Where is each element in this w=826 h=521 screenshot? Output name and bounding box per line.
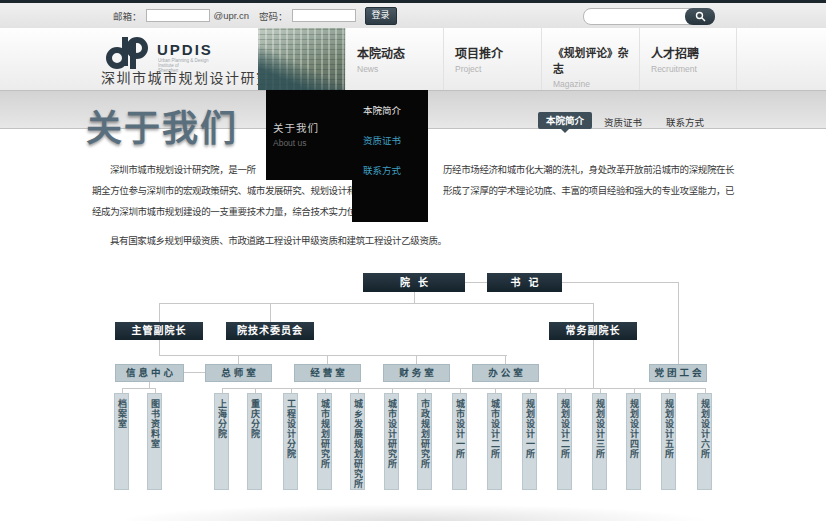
orgchart-leaf-planning-design-4: 规划设计四所 <box>626 393 641 490</box>
orgchart-line <box>414 291 415 303</box>
orgchart-leaf-urban-rural-dev-institute: 城乡发展规划研究所 <box>350 393 365 490</box>
nav-item-magazine[interactable]: 《规划评论》杂志 Magazine <box>541 28 639 90</box>
orgchart-node-admin-office: 办公室 <box>472 364 539 382</box>
orgchart-line <box>159 303 160 322</box>
dropdown-title: 关于我们 <box>273 120 352 135</box>
orgchart-leaf-library: 图书资料室 <box>147 393 162 490</box>
orgchart-node-vp-in-charge: 主管副院长 <box>115 322 203 340</box>
paragraph1-line1-left: 深圳市城市规划设计研究院，是一所 <box>110 162 256 176</box>
nav-item-about-us[interactable] <box>258 28 345 90</box>
page: 邮箱： @upr.cn 密码： 登录 UPDIS <box>0 0 826 521</box>
orgchart-leaf-municipal-planning-institute: 市政规划研究所 <box>417 393 432 490</box>
orgchart-node-info-center: 信息中心 <box>115 364 184 382</box>
orgchart-line <box>122 388 156 389</box>
tab-intro[interactable]: 本院简介 <box>538 112 592 129</box>
paragraph1-line2-right: 形成了深厚的学术理论功底、丰富的项目经验和强大的专业攻坚能力，已 <box>443 183 734 197</box>
footer-shadow <box>60 497 766 521</box>
orgchart-line <box>159 355 507 356</box>
orgchart-node-chief-office: 总师室 <box>205 364 272 382</box>
orgchart-leaf-urban-design-1: 城市设计一所 <box>452 393 467 490</box>
nav-item-project[interactable]: 项目推介 Project <box>443 28 541 90</box>
orgchart-leaf-chongqing-branch: 重庆分院 <box>247 393 262 490</box>
paragraph1-line3-left: 经成为深圳市城市规划建设的一支重要技术力量，综合技术实力位 <box>92 204 356 218</box>
dropdown-link-certificates[interactable]: 资质证书 <box>363 133 428 147</box>
logo-acronym[interactable]: UPDIS <box>157 41 213 58</box>
orgchart-line <box>465 282 487 283</box>
orgchart-leaf-shanghai-branch: 上海分院 <box>214 393 229 490</box>
orgchart-node-executive-vp: 常务副院长 <box>549 322 637 340</box>
orgchart-leaf-urban-design-institute: 城市设计研究所 <box>384 393 399 490</box>
orgchart-line <box>416 355 417 364</box>
active-tab-arrow-icon <box>561 129 569 137</box>
page-title: 关于我们 <box>86 99 238 151</box>
dropdown-submenu: 本院简介 资质证书 联系方式 <box>352 90 428 222</box>
site-header: UPDIS Urban Planning & Design Institute … <box>0 28 826 90</box>
orgchart-line <box>159 340 160 355</box>
search-button[interactable] <box>685 8 715 25</box>
orgchart-node-tech-committee: 院技术委员会 <box>226 322 314 340</box>
tab-certificates[interactable]: 资质证书 <box>604 115 642 129</box>
email-domain-suffix: @upr.cn <box>214 10 250 21</box>
search-input[interactable] <box>590 10 686 24</box>
updis-logo-icon[interactable] <box>104 35 152 71</box>
orgchart-leaf-planning-design-3: 规划设计三所 <box>592 393 607 490</box>
top-bar: 邮箱： @upr.cn 密码： 登录 <box>0 3 826 29</box>
tab-contact[interactable]: 联系方式 <box>666 115 704 129</box>
orgchart-node-party-union: 党团工会 <box>649 364 707 382</box>
dropdown-link-intro[interactable]: 本院简介 <box>363 103 428 117</box>
nav-item-recruitment[interactable]: 人才招聘 Recruitment <box>639 28 737 90</box>
dropdown-link-contact[interactable]: 联系方式 <box>363 163 428 177</box>
orgchart-line <box>184 372 205 373</box>
orgchart-line <box>593 340 594 388</box>
orgchart-line <box>505 355 506 364</box>
orgchart-leaf-archives: 档案室 <box>114 393 129 490</box>
orgchart-leaf-planning-design-5: 规划设计五所 <box>661 393 676 490</box>
password-label: 密码： <box>259 9 288 23</box>
password-field[interactable] <box>292 9 356 22</box>
orgchart-node-business-office: 经营室 <box>294 364 361 382</box>
orgchart-leaf-engineering-branch: 工程设计分院 <box>283 393 298 490</box>
orgchart-line <box>678 282 679 364</box>
email-label: 邮箱： <box>113 9 142 23</box>
search-icon <box>695 11 706 22</box>
orgchart-line <box>159 303 594 304</box>
orgchart-node-secretary: 书记 <box>487 273 562 292</box>
orgchart-line <box>562 282 678 283</box>
orgchart-node-president: 院长 <box>363 273 465 292</box>
orgchart-leaf-urban-design-2: 城市设计二所 <box>487 393 502 490</box>
search-box <box>583 8 715 25</box>
paragraph1-line1-right: 历经市场经济和城市化大潮的洗礼，身处改革开放前沿城市的深规院在长 <box>443 162 734 176</box>
orgchart-line <box>593 303 594 322</box>
orgchart-line <box>270 303 271 322</box>
orgchart-leaf-planning-design-1: 规划设计一所 <box>522 393 537 490</box>
dropdown-subtitle: About us <box>273 138 352 148</box>
dropdown-about-us-panel[interactable]: 关于我们 About us <box>266 90 352 180</box>
paragraph2: 具有国家城乡规划甲级资质、市政道路工程设计甲级资质和建筑工程设计乙级资质。 <box>110 233 447 247</box>
orgchart-node-finance-office: 财务室 <box>383 364 450 382</box>
orgchart-leaf-urban-planning-institute: 城市规划研究所 <box>317 393 332 490</box>
orgchart-leaf-planning-design-6: 规划设计六所 <box>697 393 712 490</box>
login-button[interactable]: 登录 <box>365 7 397 25</box>
orgchart-leaf-planning-design-2: 规划设计二所 <box>557 393 572 490</box>
orgchart-line <box>238 355 239 364</box>
login-form: 邮箱： @upr.cn 密码： 登录 <box>113 3 397 28</box>
orgchart-line <box>327 355 328 364</box>
nav-item-news[interactable]: 本院动态 News <box>345 28 443 90</box>
email-field[interactable] <box>146 9 210 22</box>
paragraph1-line2-left: 期全方位参与深圳市的宏观政策研究、城市发展研究、规划设计和 <box>92 183 356 197</box>
